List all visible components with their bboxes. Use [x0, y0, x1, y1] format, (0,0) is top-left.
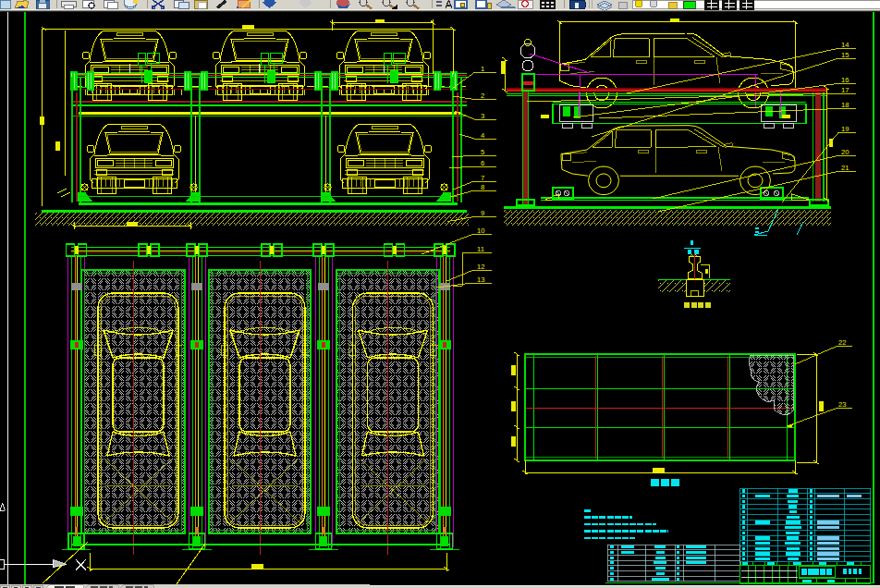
svg-text:1: 1	[481, 65, 484, 73]
svg-text:8: 8	[481, 183, 484, 191]
svg-text:6: 6	[481, 159, 484, 167]
svg-text:17: 17	[841, 86, 849, 94]
svg-text:4: 4	[481, 131, 484, 140]
svg-text:16: 16	[841, 76, 849, 84]
svg-text:7: 7	[481, 174, 484, 182]
svg-text:11: 11	[477, 245, 484, 253]
svg-text:2: 2	[481, 92, 484, 100]
svg-text:19: 19	[841, 125, 849, 133]
svg-text:12: 12	[477, 263, 484, 271]
svg-text:9: 9	[481, 209, 484, 217]
svg-text:13: 13	[477, 276, 484, 284]
svg-text:21: 21	[841, 164, 849, 172]
svg-text:23: 23	[838, 400, 846, 409]
svg-text:15: 15	[841, 51, 849, 59]
svg-text:14: 14	[841, 41, 849, 49]
svg-text:3: 3	[481, 112, 484, 120]
svg-text:10: 10	[477, 227, 484, 235]
svg-text:5: 5	[481, 148, 484, 156]
svg-text:20: 20	[841, 148, 849, 156]
svg-text:22: 22	[838, 338, 846, 347]
svg-text:18: 18	[841, 101, 849, 109]
